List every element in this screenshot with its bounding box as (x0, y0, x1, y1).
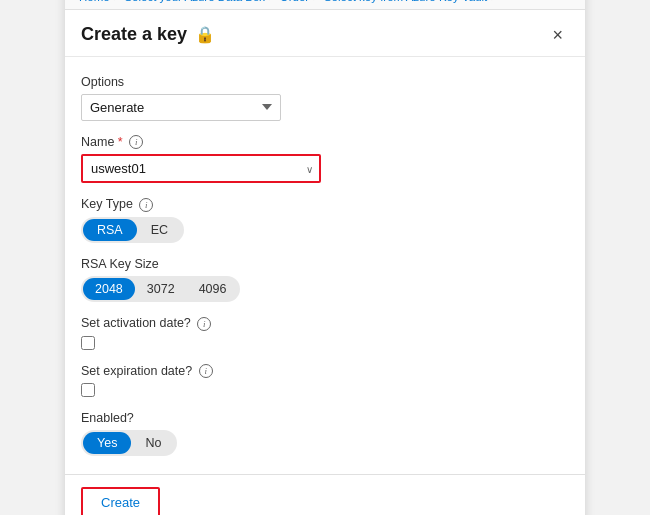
modal-container: Home > Select your Azure Data Box > Orde… (65, 0, 585, 515)
rsa-size-toggle: 2048 3072 4096 (81, 276, 240, 302)
expiration-info-icon[interactable]: i (199, 364, 213, 378)
rsa-size-field: RSA Key Size 2048 3072 4096 (81, 257, 569, 302)
enabled-toggle: Yes No (81, 430, 177, 456)
breadcrumb-home[interactable]: Home (79, 0, 110, 3)
key-type-field: Key Type i RSA EC (81, 197, 569, 243)
required-marker: * (118, 135, 123, 149)
enabled-no-button[interactable]: No (131, 432, 175, 454)
rsa-size-label: RSA Key Size (81, 257, 569, 271)
enabled-yes-button[interactable]: Yes (83, 432, 131, 454)
options-select[interactable]: Generate Import Restore from backup (81, 94, 281, 121)
activation-date-checkbox[interactable] (81, 336, 95, 350)
name-info-icon[interactable]: i (129, 135, 143, 149)
name-label: Name * i (81, 135, 569, 150)
key-type-label: Key Type i (81, 197, 569, 212)
key-type-toggle: RSA EC (81, 217, 184, 243)
options-label: Options (81, 75, 569, 89)
options-field: Options Generate Import Restore from bac… (81, 75, 569, 121)
activation-date-field: Set activation date? i (81, 316, 569, 350)
modal-title: Create a key (81, 24, 187, 45)
name-field: Name * i ∨ (81, 135, 569, 184)
name-input[interactable] (81, 154, 321, 183)
modal-title-row: Create a key 🔒 (81, 24, 215, 45)
key-type-ec-button[interactable]: EC (137, 219, 182, 241)
rsa-size-2048-button[interactable]: 2048 (83, 278, 135, 300)
expiration-date-checkbox[interactable] (81, 383, 95, 397)
enabled-label: Enabled? (81, 411, 569, 425)
rsa-size-3072-button[interactable]: 3072 (135, 278, 187, 300)
name-input-wrapper: ∨ (81, 154, 321, 183)
key-type-info-icon[interactable]: i (139, 198, 153, 212)
activation-info-icon[interactable]: i (197, 317, 211, 331)
enabled-field: Enabled? Yes No (81, 411, 569, 456)
expiration-checkbox-wrapper (81, 383, 569, 397)
lock-icon: 🔒 (195, 25, 215, 44)
breadcrumb-select-data-box[interactable]: Select your Azure Data Box (124, 0, 265, 3)
create-button[interactable]: Create (81, 487, 160, 515)
breadcrumb: Home > Select your Azure Data Box > Orde… (65, 0, 585, 10)
expiration-date-field: Set expiration date? i (81, 364, 569, 398)
activation-checkbox-wrapper (81, 336, 569, 350)
expiration-date-label: Set expiration date? i (81, 364, 569, 379)
breadcrumb-select-key[interactable]: Select key from Azure Key Vault (324, 0, 487, 3)
activation-date-label: Set activation date? i (81, 316, 569, 331)
breadcrumb-order[interactable]: Order (280, 0, 309, 3)
key-type-rsa-button[interactable]: RSA (83, 219, 137, 241)
modal-body: Options Generate Import Restore from bac… (65, 57, 585, 475)
modal-header: Create a key 🔒 × (65, 10, 585, 57)
modal-footer: Create (65, 474, 585, 515)
rsa-size-4096-button[interactable]: 4096 (187, 278, 239, 300)
close-button[interactable]: × (546, 24, 569, 46)
